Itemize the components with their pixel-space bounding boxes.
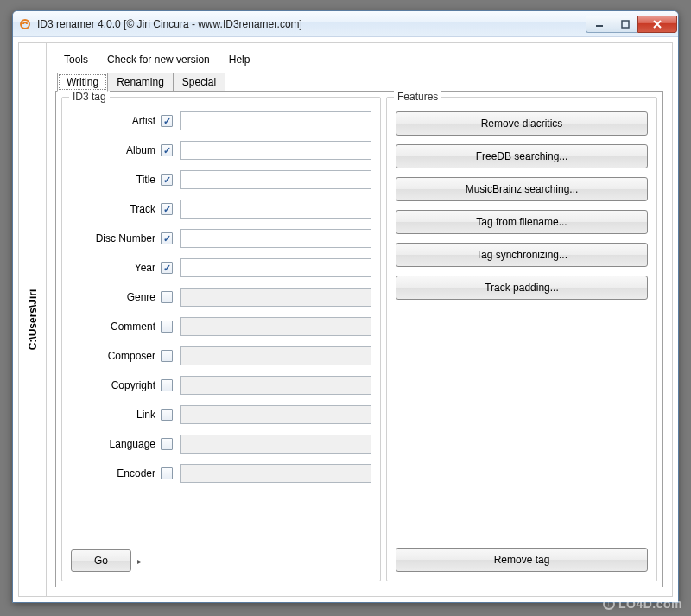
- go-dropdown-arrow[interactable]: ▸: [133, 549, 145, 572]
- tag-sync-button[interactable]: Tag synchronizing...: [396, 243, 648, 267]
- window-controls: [586, 16, 677, 33]
- remove-diacritics-label: Remove diacritics: [481, 117, 563, 130]
- field-label-link: Link: [71, 409, 161, 421]
- features-group: Features Remove diacriticsFreeDB searchi…: [386, 97, 657, 581]
- input-link: [180, 405, 371, 424]
- input-year[interactable]: [180, 258, 371, 277]
- musicbrainz-label: MusicBrainz searching...: [466, 183, 579, 195]
- field-label-title: Title: [71, 174, 161, 186]
- tag-from-filename-button[interactable]: Tag from filename...: [396, 210, 648, 234]
- musicbrainz-button[interactable]: MusicBrainz searching...: [396, 177, 648, 201]
- svg-rect-0: [596, 25, 603, 27]
- track-padding-label: Track padding...: [485, 282, 559, 294]
- menu-check-version[interactable]: Check for new version: [107, 54, 210, 66]
- maximize-button[interactable]: [612, 16, 637, 33]
- watermark: ↓ LO4D.com: [603, 597, 682, 611]
- freedb-button[interactable]: FreeDB searching...: [396, 144, 648, 168]
- watermark-icon: ↓: [603, 598, 615, 610]
- input-album[interactable]: [180, 141, 371, 160]
- field-label-encoder: Encoder: [71, 467, 161, 479]
- tag-from-filename-label: Tag from filename...: [476, 216, 567, 228]
- path-sidebar[interactable]: C:\Users\Jiri: [19, 43, 47, 596]
- checkbox-composer[interactable]: [161, 350, 173, 362]
- checkbox-link[interactable]: [161, 409, 173, 421]
- path-text: C:\Users\Jiri: [27, 289, 39, 351]
- tabstrip: WritingRenamingSpecial: [57, 73, 663, 92]
- field-row-discnumber: Disc Number: [71, 229, 371, 248]
- features-legend: Features: [394, 91, 441, 103]
- checkbox-genre[interactable]: [161, 291, 173, 303]
- field-row-genre: Genre: [71, 288, 371, 307]
- input-genre: [180, 288, 371, 307]
- id3-tag-group: ID3 tag ArtistAlbumTitleTrackDisc Number…: [61, 97, 381, 581]
- freedb-label: FreeDB searching...: [476, 150, 568, 162]
- field-row-encoder: Encoder: [71, 464, 371, 483]
- input-copyright: [180, 376, 371, 395]
- remove-tag-label: Remove tag: [494, 554, 550, 566]
- field-row-copyright: Copyright: [71, 376, 371, 395]
- checkbox-language[interactable]: [161, 438, 173, 450]
- field-row-album: Album: [71, 141, 371, 160]
- checkbox-discnumber[interactable]: [161, 232, 173, 244]
- field-label-comment: Comment: [71, 321, 161, 333]
- checkbox-copyright[interactable]: [161, 379, 173, 391]
- go-button[interactable]: Go: [71, 549, 131, 572]
- field-row-link: Link: [71, 405, 371, 424]
- tab-renaming[interactable]: Renaming: [107, 73, 174, 92]
- tag-sync-label: Tag synchronizing...: [476, 249, 567, 261]
- input-title[interactable]: [180, 170, 371, 189]
- checkbox-year[interactable]: [161, 262, 173, 274]
- field-row-composer: Composer: [71, 346, 371, 365]
- field-row-artist: Artist: [71, 111, 371, 130]
- track-padding-button[interactable]: Track padding...: [396, 276, 648, 300]
- menu-help[interactable]: Help: [229, 54, 250, 66]
- field-label-composer: Composer: [71, 350, 161, 362]
- field-label-copyright: Copyright: [71, 379, 161, 391]
- checkbox-comment[interactable]: [161, 321, 173, 333]
- field-label-year: Year: [71, 262, 161, 274]
- checkbox-artist[interactable]: [161, 115, 173, 127]
- tab-writing[interactable]: Writing: [57, 73, 108, 92]
- client-area: C:\Users\Jiri Tools Check for new versio…: [18, 42, 673, 597]
- field-label-track: Track: [71, 203, 161, 215]
- field-row-title: Title: [71, 170, 371, 189]
- id3-tag-legend: ID3 tag: [69, 91, 110, 103]
- app-window: ID3 renamer 4.0.0 [© Jiri Cincura - www.…: [12, 10, 679, 603]
- watermark-text: LO4D.com: [618, 597, 682, 611]
- app-icon: [18, 17, 32, 31]
- field-label-discnumber: Disc Number: [71, 232, 161, 244]
- field-label-language: Language: [71, 438, 161, 450]
- input-artist[interactable]: [180, 111, 371, 130]
- titlebar[interactable]: ID3 renamer 4.0.0 [© Jiri Cincura - www.…: [13, 11, 678, 37]
- input-composer: [180, 346, 371, 365]
- go-button-label: Go: [94, 555, 108, 567]
- close-button[interactable]: [637, 16, 677, 33]
- checkbox-album[interactable]: [161, 144, 173, 156]
- field-row-language: Language: [71, 435, 371, 454]
- checkbox-encoder[interactable]: [161, 467, 173, 479]
- input-track[interactable]: [180, 200, 371, 219]
- svg-rect-1: [622, 21, 629, 28]
- menu-tools[interactable]: Tools: [64, 54, 88, 66]
- field-label-album: Album: [71, 144, 161, 156]
- main-panel: Tools Check for new version Help Writing…: [47, 43, 672, 596]
- field-row-year: Year: [71, 258, 371, 277]
- tab-panel-writing: ID3 tag ArtistAlbumTitleTrackDisc Number…: [55, 91, 663, 587]
- menubar: Tools Check for new version Help: [55, 50, 663, 73]
- field-row-track: Track: [71, 200, 371, 219]
- input-comment: [180, 317, 371, 336]
- input-language: [180, 435, 371, 454]
- field-label-artist: Artist: [71, 115, 161, 127]
- window-title: ID3 renamer 4.0.0 [© Jiri Cincura - www.…: [37, 18, 586, 30]
- input-encoder: [180, 464, 371, 483]
- checkbox-track[interactable]: [161, 203, 173, 215]
- input-discnumber[interactable]: [180, 229, 371, 248]
- field-row-comment: Comment: [71, 317, 371, 336]
- minimize-button[interactable]: [586, 16, 612, 33]
- remove-diacritics-button[interactable]: Remove diacritics: [396, 111, 648, 136]
- remove-tag-button[interactable]: Remove tag: [396, 548, 648, 572]
- checkbox-title[interactable]: [161, 174, 173, 186]
- tab-special[interactable]: Special: [173, 73, 225, 92]
- field-label-genre: Genre: [71, 291, 161, 303]
